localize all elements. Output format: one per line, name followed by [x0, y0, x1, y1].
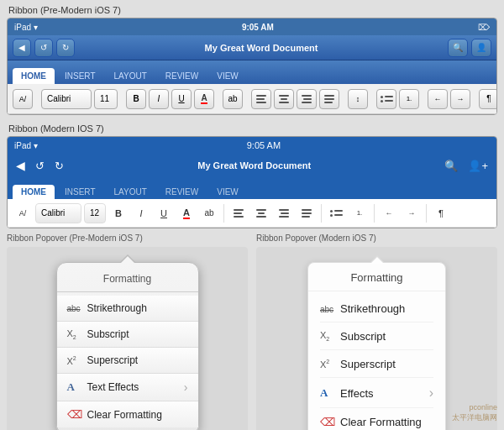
indent-increase-btn[interactable]: → — [450, 89, 470, 109]
separator-m3 — [374, 204, 375, 223]
indent-dec-mod[interactable]: ← — [379, 202, 399, 224]
back-btn-modern[interactable]: ◀ — [13, 159, 29, 172]
strikethrough-label-pre: Strikethrough — [87, 302, 188, 314]
watermark: pconline 太平洋电脑网 — [452, 402, 497, 423]
strikethrough-item-mod[interactable]: abc Strikethrough — [308, 295, 445, 322]
font-selector[interactable]: Calibri — [41, 89, 92, 109]
statusbar-modern-left: iPad ▾ — [14, 141, 38, 150]
doc-title: My Great Word Document — [78, 43, 444, 53]
align-center-btn[interactable] — [274, 89, 294, 109]
clearformat-icon-pre: ⌫ — [67, 408, 87, 421]
clearformat-label-mod: Clear Formatting — [340, 416, 433, 428]
pilcrow-mod[interactable]: ¶ — [431, 202, 451, 224]
align-left-mod[interactable] — [228, 202, 249, 224]
texteffects-item-pre[interactable]: A Text Effects › — [57, 374, 198, 401]
tab-review[interactable]: REVIEW — [157, 68, 207, 84]
indent-inc-mod[interactable]: → — [402, 202, 422, 224]
underline-button[interactable]: U — [171, 89, 192, 109]
popover-section: Ribbon Popover (Pre-Modern iOS 7) Format… — [0, 228, 504, 430]
align-right-btn[interactable] — [297, 89, 317, 109]
superscript-icon-mod: X2 — [320, 359, 340, 370]
statusbar-modern-time: 9:05 AM — [247, 140, 281, 150]
ribbon-premodern-label: Ribbon (Pre-Modern iOS 7) — [0, 0, 504, 18]
subscript-label-pre: Subscript — [87, 328, 188, 340]
highlight-button[interactable]: ab — [223, 89, 243, 109]
numbering-mod[interactable]: 1. — [349, 202, 370, 224]
tab-home[interactable]: HOME — [13, 68, 55, 84]
clearformat-item-pre[interactable]: ⌫ Clear Formatting — [57, 401, 198, 427]
font-size-modern[interactable]: 12 — [84, 203, 106, 223]
texteffects-icon-pre: A — [67, 380, 87, 394]
italic-btn-modern[interactable]: I — [131, 202, 151, 224]
bullets-mod[interactable] — [326, 202, 347, 224]
style-btn-modern[interactable]: A/ — [13, 202, 33, 224]
chevron-right-icon-mod: › — [429, 385, 433, 401]
clearformat-icon-mod: ⌫ — [320, 416, 340, 428]
navbar-modern: ◀ ↺ ↻ My Great Word Document 🔍 👤+ — [8, 154, 496, 177]
statusbar-modern: iPad ▾ 9:05 AM — [8, 137, 496, 154]
tab-home-modern[interactable]: HOME — [13, 185, 55, 199]
strikethrough-item-pre[interactable]: abc Strikethrough — [57, 296, 198, 322]
profile-btn-modern[interactable]: 👤+ — [465, 160, 491, 172]
back-button[interactable]: ◀ — [13, 39, 31, 57]
superscript-item-pre[interactable]: X2 Superscript — [57, 348, 198, 374]
style-btn[interactable]: A/ — [13, 89, 33, 109]
tab-insert-modern[interactable]: INSERT — [56, 185, 104, 199]
tab-view[interactable]: VIEW — [208, 68, 247, 84]
font-size-selector[interactable]: 11 — [94, 89, 118, 109]
tab-layout[interactable]: LAYOUT — [106, 68, 155, 84]
tab-review-modern[interactable]: REVIEW — [157, 185, 207, 199]
redo-button[interactable]: ↻ — [56, 39, 75, 57]
search-btn-modern[interactable]: 🔍 — [441, 160, 461, 172]
tab-view-modern[interactable]: VIEW — [208, 185, 247, 199]
font-color-button[interactable]: A — [194, 89, 214, 109]
numbering-btn[interactable]: 1. — [399, 89, 419, 109]
highlight-btn-modern[interactable]: ab — [199, 202, 219, 224]
redo-btn-modern[interactable]: ↻ — [51, 160, 67, 172]
tab-layout-modern[interactable]: LAYOUT — [106, 185, 155, 199]
undo-button[interactable]: ↺ — [34, 39, 53, 57]
align-ctr-mod[interactable] — [251, 202, 271, 224]
italic-button[interactable]: I — [149, 89, 169, 109]
strikethrough-icon-mod: abc — [320, 304, 340, 314]
tabbar-modern: HOME INSERT LAYOUT REVIEW VIEW — [8, 177, 496, 199]
popover-modern: Formatting abc Strikethrough X2 Subscrip… — [307, 262, 446, 430]
font-selector-modern[interactable]: Calibri — [35, 203, 81, 223]
pilcrow-btn[interactable]: ¶ — [479, 89, 497, 109]
strikethrough-label-mod: Strikethrough — [340, 302, 433, 315]
bold-button[interactable]: B — [126, 89, 146, 109]
align-rgt-mod[interactable] — [274, 202, 294, 224]
search-button[interactable]: 🔍 — [448, 39, 468, 57]
subscript-icon-pre: X2 — [67, 328, 87, 340]
effects-item-mod[interactable]: A Effects › — [308, 378, 445, 408]
font-color-btn-modern[interactable]: A — [176, 202, 197, 224]
align-left-btn[interactable] — [251, 89, 271, 109]
watermark-line1: pconline — [452, 402, 497, 413]
line-spacing-btn[interactable]: ↕ — [348, 89, 368, 109]
tab-insert[interactable]: INSERT — [56, 68, 104, 84]
profile-button[interactable]: 👤 — [471, 39, 491, 57]
popover-premodern-title: Formatting — [57, 270, 198, 292]
subscript-item-pre[interactable]: X2 Subscript — [57, 322, 198, 348]
toolbar-modern: A/ Calibri 12 B I U A ab — [8, 199, 496, 228]
superscript-item-mod[interactable]: X2 Superscript — [308, 350, 445, 378]
subscript-item-mod[interactable]: X2 Subscript — [308, 322, 445, 350]
bullets-btn[interactable] — [376, 89, 396, 109]
justify-btn[interactable] — [319, 89, 339, 109]
separator-m1 — [223, 204, 224, 223]
separator-m4 — [426, 204, 427, 223]
indent-decrease-btn[interactable]: ← — [428, 89, 448, 109]
tabbar-premodern: HOME INSERT LAYOUT REVIEW VIEW — [8, 60, 496, 84]
underline-btn-modern[interactable]: U — [154, 202, 174, 224]
bold-btn-modern[interactable]: B — [108, 202, 129, 224]
undo-btn-modern[interactable]: ↺ — [32, 160, 48, 172]
doc-title-modern: My Great Word Document — [71, 160, 438, 170]
statusbar-left: iPad ▾ — [14, 23, 38, 32]
popover-modern-area: Ribbon Popover (Modern iOS 7) Formatting… — [248, 233, 497, 430]
subscript-icon-mod: X2 — [320, 330, 340, 342]
strikethrough-icon-pre: abc — [67, 303, 87, 313]
justify-mod[interactable] — [297, 202, 317, 224]
clearformat-item-mod[interactable]: ⌫ Clear Formatting — [308, 408, 445, 430]
separator-m2 — [321, 204, 322, 223]
popover-premodern: Formatting abc Strikethrough X2 Subscrip… — [56, 262, 199, 430]
